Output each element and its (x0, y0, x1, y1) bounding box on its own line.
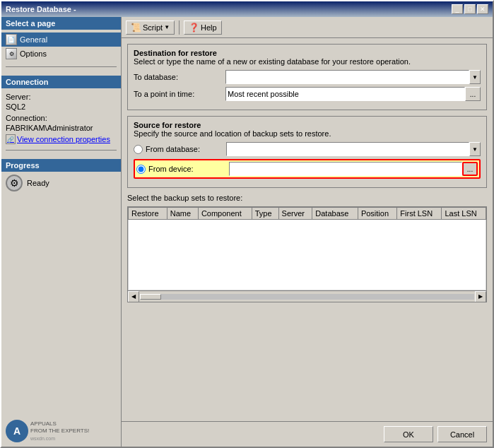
scroll-track (140, 294, 474, 300)
restore-database-window: Restore Database - _ □ ✕ Select a page 📄… (0, 0, 494, 448)
to-database-input[interactable] (225, 70, 469, 84)
backup-table: Restore Name Component Type Server Datab… (128, 207, 486, 290)
script-button[interactable]: 📜 Script ▼ (126, 20, 175, 35)
to-point-in-time-label: To a point in time: (134, 90, 225, 98)
col-restore: Restore (129, 208, 167, 220)
col-type: Type (252, 208, 278, 220)
server-value: SQL2 (6, 102, 117, 111)
backup-sets-header: Select the backup sets to restore: (127, 194, 487, 202)
content-area: Destination for restore Select or type t… (122, 38, 493, 421)
to-database-dropdown-btn[interactable]: ▼ (469, 70, 481, 84)
sidebar-item-options[interactable]: ⚙ Options (1, 47, 121, 61)
backup-sets-section: Select the backup sets to restore: Resto… (127, 194, 487, 302)
from-database-input-combo: ▼ (226, 142, 481, 156)
script-label: Script (143, 23, 163, 32)
progress-icon: ⚙ (6, 175, 23, 191)
col-position: Position (358, 208, 396, 220)
horizontal-scrollbar[interactable]: ◀ ▶ (128, 290, 486, 302)
source-group: Source for restore Specify the source an… (127, 116, 487, 188)
connection-value: FABRIKAM\Administrator (6, 124, 117, 132)
connection-info: Server: SQL2 Connection: FABRIKAM\Admini… (1, 88, 121, 147)
minimize-button[interactable]: _ (452, 4, 463, 14)
close-button[interactable]: ✕ (477, 4, 488, 14)
toolbar-separator (179, 20, 180, 35)
left-panel: Select a page 📄 General ⚙ Options (1, 17, 122, 447)
connection-header: Connection (1, 76, 121, 88)
right-panel: 📜 Script ▼ ❓ Help Destination for restor… (122, 17, 493, 447)
backup-table-scroll[interactable]: Restore Name Component Type Server Datab… (128, 207, 486, 290)
sidebar-item-general[interactable]: 📄 General (1, 33, 121, 47)
divider-1 (6, 66, 117, 67)
col-last-lsn: Last LSN (442, 208, 486, 220)
progress-section: Progress ⚙ Ready (1, 159, 121, 194)
to-database-row: To database: ▼ (134, 70, 481, 84)
window-controls: _ □ ✕ (452, 4, 488, 14)
view-connection-properties-link[interactable]: 🔗 View connection properties (6, 134, 117, 144)
source-content: Specify the source and location of backu… (128, 129, 486, 187)
source-title: Source for restore (134, 121, 481, 129)
to-point-in-time-row: To a point in time: ... (134, 87, 481, 101)
connection-label: Connection: (6, 114, 117, 122)
options-icon: ⚙ (6, 48, 17, 59)
logo-text: APPUALS FROM THE EXPERTS! wsxdn.com (30, 420, 89, 442)
destination-content: Select or type the name of a new or exis… (128, 57, 486, 110)
from-database-radio[interactable] (134, 145, 143, 154)
col-name: Name (167, 208, 198, 220)
col-server: Server (278, 208, 312, 220)
from-device-radio[interactable] (136, 165, 146, 174)
nav-items: 📄 General ⚙ Options (1, 30, 121, 64)
from-device-browse-btn[interactable]: ... (462, 162, 478, 176)
progress-content: ⚙ Ready (1, 172, 121, 194)
bottom-bar: OK Cancel (122, 421, 493, 447)
scroll-right-btn[interactable]: ▶ (475, 291, 486, 302)
scroll-thumb[interactable] (140, 294, 161, 300)
destination-desc: Select or type the name of a new or exis… (134, 57, 481, 66)
to-point-in-time-browse-btn[interactable]: ... (465, 87, 481, 101)
sidebar-item-label-options: Options (20, 49, 47, 58)
view-connection-link-text: View connection properties (17, 135, 110, 143)
from-database-label: From database: (146, 145, 223, 153)
progress-header: Progress (1, 159, 121, 172)
maximize-button[interactable]: □ (464, 4, 476, 14)
col-component: Component (198, 208, 252, 220)
script-dropdown-arrow: ▼ (164, 24, 170, 30)
logo-area: A APPUALS FROM THE EXPERTS! wsxdn.com (1, 415, 121, 447)
help-icon: ❓ (189, 23, 199, 33)
table-row (129, 220, 486, 290)
col-first-lsn: First LSN (397, 208, 442, 220)
help-button[interactable]: ❓ Help (184, 20, 222, 35)
ok-button[interactable]: OK (384, 426, 433, 442)
divider-2 (6, 150, 117, 151)
progress-status: Ready (27, 179, 49, 187)
select-page-header: Select a page (1, 17, 121, 30)
from-database-input[interactable] (226, 142, 469, 156)
link-icon: 🔗 (6, 134, 16, 144)
from-device-label: From device: (148, 165, 226, 173)
main-layout: Select a page 📄 General ⚙ Options (1, 17, 493, 447)
from-database-dropdown-btn[interactable]: ▼ (469, 142, 481, 156)
toolbar: 📜 Script ▼ ❓ Help (122, 17, 493, 38)
to-point-in-time-input[interactable] (225, 87, 465, 101)
logo-icon: A (6, 420, 28, 442)
server-label: Server: (6, 93, 117, 101)
from-database-row: From database: ▼ (134, 142, 481, 156)
from-device-input-combo: ... (229, 162, 478, 176)
from-device-row: From device: ... (134, 159, 481, 179)
to-database-input-combo: ▼ (225, 70, 481, 84)
general-icon: 📄 (6, 34, 17, 45)
from-device-input[interactable] (229, 162, 462, 176)
destination-group: Destination for restore Select or type t… (127, 44, 487, 110)
col-database: Database (312, 208, 358, 220)
window-title: Restore Database - (6, 5, 76, 13)
connection-section: Connection Server: SQL2 Connection: FABR… (1, 76, 121, 147)
cancel-button[interactable]: Cancel (437, 426, 487, 442)
script-icon: 📜 (131, 23, 141, 33)
sidebar-item-label-general: General (20, 35, 47, 44)
to-database-label: To database: (134, 73, 225, 81)
title-bar: Restore Database - _ □ ✕ (1, 1, 493, 17)
source-desc: Specify the source and location of backu… (134, 129, 481, 138)
help-label: Help (201, 23, 217, 32)
to-point-in-time-combo: ... (225, 87, 481, 101)
backup-table-container: Restore Name Component Type Server Datab… (127, 206, 487, 302)
scroll-left-btn[interactable]: ◀ (128, 291, 139, 302)
